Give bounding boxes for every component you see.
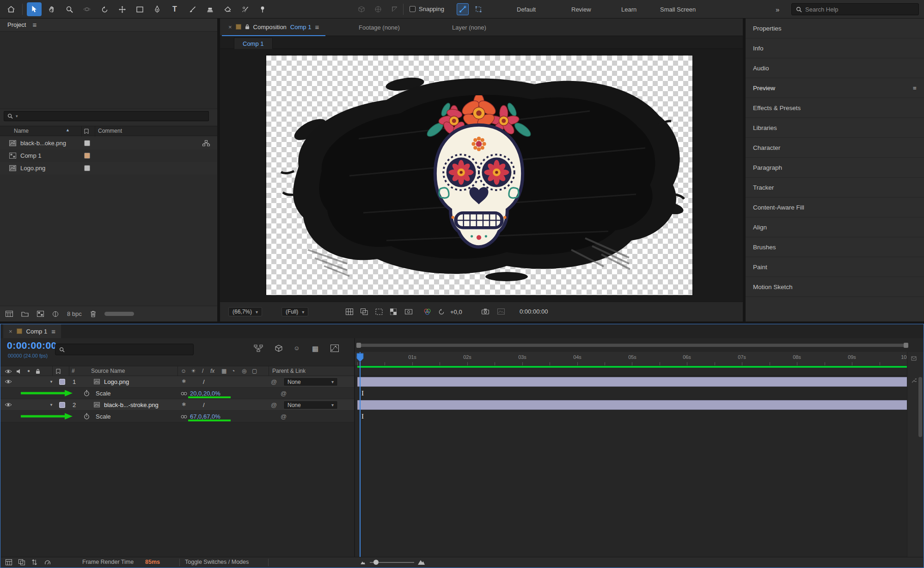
trash-icon[interactable] [90, 310, 96, 317]
snapping-checkbox[interactable] [410, 6, 416, 12]
solo-column-icon[interactable]: ● [27, 368, 30, 373]
expander-icon[interactable]: ▼ [49, 403, 53, 407]
axis-local-icon[interactable] [354, 2, 369, 16]
expander-icon[interactable]: ▼ [49, 380, 53, 384]
parent-dropdown[interactable]: None ▾ [283, 401, 338, 409]
layer-color-chip[interactable] [59, 379, 65, 385]
zoom-out-mountain-icon[interactable] [361, 560, 365, 564]
motion-blur-switch-icon[interactable]: ◔ [232, 368, 235, 374]
close-icon[interactable]: × [9, 328, 12, 335]
zoom-in-mountain-icon[interactable] [418, 559, 425, 565]
snap-beyond-edges-icon[interactable] [472, 3, 484, 15]
panel-menu-icon[interactable]: ≡ [51, 327, 55, 335]
panel-tab-brushes[interactable]: Brushes [746, 237, 924, 257]
project-item-name[interactable]: Comp 1 [20, 152, 42, 159]
color-settings-icon[interactable] [52, 311, 59, 317]
column-index[interactable]: # [72, 368, 75, 374]
panel-tab-audio[interactable]: Audio [746, 58, 924, 78]
time-ruler[interactable]: 0s 01s 02s 03s 04s 05s 06s 07s 08s 09s 1… [355, 352, 924, 366]
parent-dropdown[interactable]: None ▾ [283, 377, 338, 386]
layer-color-chip[interactable] [59, 402, 65, 408]
panel-tab-character[interactable]: Character [746, 138, 924, 158]
adjustment-switch-icon[interactable]: ◎ [242, 368, 246, 374]
show-snapshot-icon[interactable] [497, 309, 505, 315]
video-column-eye-icon[interactable] [5, 369, 12, 374]
navigator-start-handle[interactable] [356, 343, 361, 348]
project-item-row[interactable]: black-b...oke.png [0, 137, 217, 149]
scale-value[interactable]: 67,0,67,0% [190, 413, 220, 420]
region-of-interest-icon[interactable] [375, 309, 383, 315]
zoom-tool[interactable] [62, 2, 77, 16]
pickwhip-icon[interactable]: @ [281, 413, 287, 420]
panel-tab-preview[interactable]: Preview ≡ [746, 78, 924, 98]
panel-tab-libraries[interactable]: Libraries [746, 118, 924, 138]
new-composition-icon[interactable] [37, 311, 44, 317]
lock-icon[interactable] [245, 24, 250, 30]
eye-icon[interactable] [5, 379, 12, 384]
transparency-grid-icon[interactable] [390, 309, 397, 315]
layer-row-2[interactable]: ▼ 2 black-b...-stroke.png ✱ / @ None ▾ [0, 399, 354, 411]
composition-canvas[interactable] [266, 56, 692, 295]
toggle-switches-modes-button[interactable]: Toggle Switches / Modes [185, 559, 249, 565]
column-source-name[interactable]: Source Name [91, 368, 125, 374]
project-item-row[interactable]: Logo.png [0, 162, 217, 174]
layer-duration-bar-2[interactable] [357, 400, 908, 410]
new-folder-icon[interactable] [21, 311, 29, 317]
pickwhip-icon[interactable]: @ [281, 390, 287, 397]
panel-tab-motion-sketch[interactable]: Motion Sketch [746, 277, 924, 297]
pen-tool[interactable] [150, 2, 165, 16]
wrench-icon[interactable] [911, 378, 917, 383]
frame-blending-icon[interactable]: ▦ [312, 345, 318, 353]
label-color-column-icon[interactable] [84, 129, 89, 134]
stopwatch-icon[interactable] [84, 413, 90, 420]
viewer-timecode[interactable]: 0:00:00:00 [520, 308, 548, 315]
constrain-link-icon[interactable] [181, 392, 187, 395]
rasterize-switch-icon[interactable]: ✱ [182, 401, 186, 407]
type-tool[interactable]: T [167, 2, 182, 16]
label-color-chip[interactable] [84, 153, 90, 159]
snap-along-edges-icon[interactable] [457, 3, 469, 15]
property-name[interactable]: Scale [96, 413, 111, 420]
hand-tool[interactable] [44, 2, 59, 16]
comp-marker-bin-icon[interactable] [911, 356, 917, 361]
workspace-overflow-icon[interactable]: » [776, 0, 779, 19]
layer-row-1[interactable]: ▼ 1 Logo.png ✱ / @ None ▾ [0, 376, 354, 388]
label-color-chip[interactable] [84, 165, 90, 171]
panel-tab-info[interactable]: Info [746, 38, 924, 58]
label-color-chip[interactable] [84, 140, 90, 146]
panel-tab-tracker[interactable]: Tracker [746, 178, 924, 198]
pan-behind-tool[interactable] [115, 2, 129, 16]
panel-tab-content-aware-fill[interactable]: Content-Aware Fill [746, 198, 924, 217]
tab-footage[interactable]: Footage (none) [359, 19, 400, 36]
expand-transfer-controls-icon[interactable] [18, 559, 25, 565]
axis-world-icon[interactable] [371, 2, 386, 16]
stopwatch-icon[interactable] [84, 390, 90, 396]
clone-stamp-tool[interactable] [202, 2, 217, 16]
layer-name[interactable]: black-b...-stroke.png [104, 401, 159, 408]
panel-tab-paragraph[interactable]: Paragraph [746, 158, 924, 178]
project-item-row[interactable]: Comp 1 [0, 149, 217, 162]
rotation-tool[interactable] [97, 2, 112, 16]
mask-visibility-icon[interactable] [361, 309, 368, 315]
graph-editor-icon[interactable] [330, 345, 339, 352]
pickwhip-icon[interactable]: @ [271, 401, 277, 408]
rectangle-tool[interactable] [132, 2, 147, 16]
interpret-footage-icon[interactable] [6, 311, 13, 317]
quality-switch-icon[interactable]: / [203, 378, 205, 385]
draft-3d-icon[interactable] [275, 345, 282, 352]
project-item-name[interactable]: Logo.png [20, 165, 45, 172]
home-icon[interactable] [4, 2, 18, 16]
project-item-name[interactable]: black-b...oke.png [20, 140, 66, 147]
audio-column-speaker-icon[interactable] [16, 369, 22, 374]
tab-composition[interactable]: × Composition Comp 1 ≡ [222, 19, 325, 36]
panel-tab-effects-presets[interactable]: Effects & Presets [746, 98, 924, 118]
quality-switch-icon[interactable]: / [203, 401, 205, 408]
panel-menu-icon[interactable]: ≡ [913, 85, 917, 92]
shy-switch-icon[interactable]: ☺ [181, 368, 186, 374]
grid-guides-icon[interactable] [346, 309, 353, 315]
column-comment[interactable]: Comment [98, 128, 122, 134]
frame-blend-switch-icon[interactable]: ▦ [221, 368, 226, 374]
puppet-pin-tool[interactable] [255, 2, 270, 16]
effects-switch-icon[interactable]: fx [210, 368, 214, 374]
bit-depth-label[interactable]: 8 bpc [67, 310, 82, 317]
